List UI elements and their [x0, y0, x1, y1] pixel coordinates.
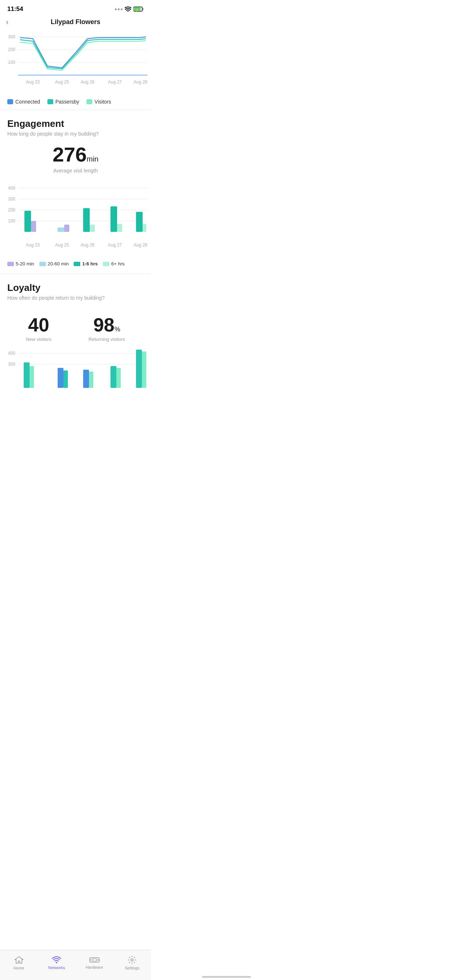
svg-rect-44 — [30, 366, 34, 388]
svg-rect-50 — [116, 368, 121, 388]
loyalty-section: Loyalty How often do people return to my… — [0, 274, 151, 310]
svg-text:Aug 28: Aug 28 — [134, 80, 147, 84]
legend-visitors: Visitors — [86, 99, 111, 105]
bar-chart-container: 400 300 200 100 Aug 23 Aug 25 Aug 26 Aug… — [0, 185, 151, 258]
legend-connected: Connected — [7, 99, 40, 105]
returning-visitors-stat: 98% Returning visitors — [89, 314, 125, 342]
line-chart-legend: Connected Passersby Visitors — [0, 95, 151, 110]
svg-text:400: 400 — [8, 351, 15, 356]
svg-rect-36 — [117, 224, 122, 232]
svg-rect-1 — [143, 8, 144, 10]
avg-visit-stat: 276min Average visit length — [7, 143, 144, 173]
bar-legend-5-20-color — [7, 262, 14, 266]
svg-rect-48 — [89, 372, 93, 388]
legend-connected-label: Connected — [15, 99, 40, 105]
svg-rect-32 — [64, 224, 69, 232]
signal-icon — [115, 8, 123, 10]
svg-text:100: 100 — [8, 60, 15, 65]
returning-visitors-number: 98 — [93, 314, 115, 336]
bar-legend-6plus-color — [103, 262, 109, 266]
svg-text:300: 300 — [8, 197, 15, 202]
new-visitors-number: 40 — [28, 314, 49, 336]
svg-text:Aug 26: Aug 26 — [81, 80, 94, 84]
engagement-subtitle: How long do people stay in my building? — [7, 131, 144, 137]
line-chart-container: 300 200 100 Aug 23 Aug 25 Aug 26 Aug 27 … — [0, 30, 151, 95]
svg-text:Aug 25: Aug 25 — [55, 242, 69, 248]
status-time: 11:54 — [7, 5, 23, 13]
line-chart: 300 200 100 Aug 23 Aug 25 Aug 26 Aug 27 … — [4, 30, 147, 88]
status-icons: ⚡ — [115, 6, 144, 12]
legend-passersby: Passersby — [48, 99, 79, 105]
svg-rect-31 — [57, 228, 64, 232]
bar-legend-20-60-label: 20-60 min — [48, 261, 69, 267]
svg-rect-33 — [83, 208, 90, 232]
loyalty-stats: 40 New visitors 98% Returning visitors — [0, 310, 151, 348]
wifi-icon — [125, 6, 131, 12]
loyalty-subtitle: How often do people return to my buildin… — [7, 295, 144, 301]
svg-text:Aug 26: Aug 26 — [81, 242, 94, 248]
svg-rect-47 — [83, 370, 89, 388]
svg-rect-34 — [90, 224, 95, 232]
avg-visit-number: 276 — [53, 143, 86, 166]
svg-rect-43 — [24, 363, 30, 388]
engagement-section: Engagement How long do people stay in my… — [0, 110, 151, 185]
bar-chart: 400 300 200 100 Aug 23 Aug 25 Aug 26 Aug… — [4, 185, 147, 252]
svg-text:100: 100 — [8, 218, 15, 223]
svg-text:300: 300 — [8, 34, 15, 40]
bar-legend-20-60: 20-60 min — [39, 261, 69, 267]
svg-rect-46 — [64, 371, 68, 388]
svg-text:⚡: ⚡ — [135, 8, 139, 12]
svg-rect-38 — [143, 224, 146, 232]
svg-rect-35 — [110, 206, 117, 232]
page-title: Lilypad Flowers — [51, 18, 100, 26]
svg-rect-30 — [31, 221, 36, 232]
avg-visit-label: Average visit length — [7, 168, 144, 173]
bar-legend-1-6-label: 1-6 hrs — [82, 261, 98, 267]
bar-legend-1-6-color — [74, 262, 80, 266]
avg-visit-unit: min — [87, 155, 99, 163]
svg-text:400: 400 — [8, 186, 15, 191]
svg-rect-37 — [136, 212, 143, 232]
bar-legend-1-6: 1-6 hrs — [74, 261, 98, 267]
bar-legend-6plus: 6+ hrs — [103, 261, 125, 267]
new-visitors-label: New visitors — [26, 337, 51, 342]
back-button[interactable]: ‹ — [6, 18, 8, 27]
status-bar: 11:54 ⚡ — [0, 0, 151, 16]
legend-visitors-label: Visitors — [94, 99, 111, 105]
returning-visitors-unit: % — [115, 326, 120, 333]
bar-legend-6plus-label: 6+ hrs — [111, 261, 125, 267]
svg-text:300: 300 — [8, 362, 15, 367]
new-visitors-stat: 40 New visitors — [26, 314, 51, 342]
legend-passersby-label: Passersby — [56, 99, 79, 105]
svg-text:Aug 23: Aug 23 — [26, 242, 40, 248]
svg-text:Aug 25: Aug 25 — [55, 80, 69, 84]
battery-icon: ⚡ — [134, 6, 144, 12]
page-header: ‹ Lilypad Flowers — [0, 16, 151, 30]
bar-legend-20-60-color — [39, 262, 46, 266]
svg-text:Aug 28: Aug 28 — [134, 242, 147, 248]
svg-rect-51 — [136, 350, 142, 388]
loyalty-chart: 400 300 — [4, 348, 147, 391]
bar-legend-5-20-label: 5-20 min — [16, 261, 34, 267]
engagement-title: Engagement — [7, 118, 144, 129]
svg-text:200: 200 — [8, 207, 15, 213]
svg-rect-45 — [57, 368, 64, 388]
svg-rect-49 — [110, 366, 116, 388]
svg-text:Aug 27: Aug 27 — [108, 80, 122, 84]
loyalty-chart-container: 400 300 — [0, 348, 151, 391]
svg-rect-52 — [142, 352, 146, 388]
svg-text:200: 200 — [8, 47, 15, 52]
legend-connected-color — [7, 99, 13, 104]
bar-chart-legend: 5-20 min 20-60 min 1-6 hrs 6+ hrs — [0, 258, 151, 274]
svg-text:Aug 23: Aug 23 — [26, 80, 40, 84]
returning-visitors-label: Returning visitors — [89, 337, 125, 342]
legend-visitors-color — [86, 99, 92, 104]
legend-passersby-color — [48, 99, 53, 104]
bar-legend-5-20: 5-20 min — [7, 261, 34, 267]
svg-rect-29 — [24, 211, 31, 232]
loyalty-title: Loyalty — [7, 282, 144, 293]
svg-text:Aug 27: Aug 27 — [108, 242, 122, 248]
